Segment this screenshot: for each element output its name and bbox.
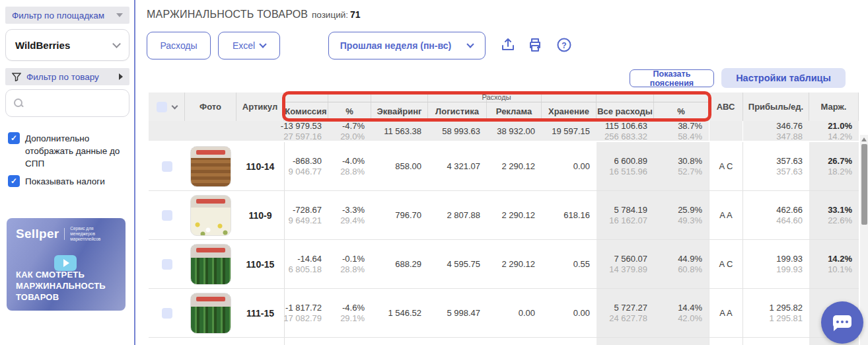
expenses-button-label: Расходы <box>160 40 197 51</box>
platform-select[interactable]: WildBerries <box>5 29 129 61</box>
banner-caption: КАК СМОТРЕТЬ МАРЖИНАЛЬНОСТЬ ТОВАРОВ <box>16 269 115 303</box>
value-main: -868.30 <box>293 156 322 167</box>
option-spp[interactable]: ✓ Дополнительно отображать данные до СПП <box>8 132 124 170</box>
chat-widget-button[interactable] <box>821 301 863 344</box>
value-main: -4.6% <box>342 303 365 313</box>
value-sub: 22.6% <box>828 215 852 226</box>
value-sub: 6 805.18 <box>288 264 322 275</box>
promo-banner[interactable]: Sellper Сервис для менеджеров маркетплей… <box>7 218 126 311</box>
expenses-button[interactable]: Расходы <box>147 32 211 59</box>
select-all-checkbox[interactable] <box>157 102 167 112</box>
value-main: -728.67 <box>293 205 322 215</box>
product-filter-label: Фильтр по товару <box>26 72 119 82</box>
value-main: 0.00 <box>573 161 590 172</box>
commission-cell: -1 817.72 17 082.79 <box>284 289 328 337</box>
value-main: 33.1% <box>828 205 852 215</box>
upload-icon <box>500 37 516 53</box>
value-main: 5 784.19 <box>614 205 647 215</box>
commission-cell: -868.30 9 046.77 <box>284 142 328 190</box>
show-explanations-label: Показать пояснения <box>630 69 713 88</box>
logistics-cell: 4 321.07 <box>428 142 487 190</box>
value-main: 21.0% <box>828 121 852 132</box>
value-main: 7 560.07 <box>614 254 647 264</box>
row-checkbox[interactable] <box>162 308 172 319</box>
print-button[interactable] <box>527 37 543 53</box>
search-box[interactable] <box>5 89 129 117</box>
play-icon <box>63 259 69 267</box>
value-main: 2 807.88 <box>447 210 480 221</box>
period-select[interactable]: Прошлая неделя (пн-вс) <box>328 32 486 59</box>
abc-cell: A A <box>709 289 743 337</box>
value-main: 19 597.15 <box>552 126 590 137</box>
row-checkbox[interactable] <box>162 161 172 172</box>
value-sub: 16 515.96 <box>609 167 647 177</box>
scrollbar-thumb[interactable] <box>861 144 867 225</box>
show-explanations-button[interactable]: Показать пояснения <box>630 69 714 87</box>
commission-pct-cell: -0.1% 28.8% <box>328 240 371 288</box>
acquiring-cell: 688.29 <box>371 240 428 288</box>
scroll-up-arrow-icon[interactable] <box>861 137 867 141</box>
header-profit[interactable]: Прибыль/ед. <box>743 93 809 121</box>
excel-button[interactable]: Excel <box>218 32 280 59</box>
help-button[interactable]: ? <box>556 37 572 53</box>
header-margin[interactable]: Марж. <box>809 93 859 121</box>
all-expenses-pct-cell: 14.4% 42.0% <box>654 289 709 337</box>
product-photo[interactable] <box>190 195 231 236</box>
product-photo[interactable] <box>190 244 231 285</box>
checkbox-checked-icon[interactable]: ✓ <box>8 175 20 187</box>
value-sub: 18.2% <box>828 167 852 177</box>
value-sub: 58.4% <box>678 132 702 142</box>
value-main: 199.93 <box>776 254 803 264</box>
value-main: -4.7% <box>342 121 365 132</box>
checkbox-checked-icon[interactable]: ✓ <box>8 132 20 144</box>
platform-filter-toggle[interactable]: Фильтр по площадкам <box>5 7 129 24</box>
summary-photo <box>185 121 236 142</box>
row-checkbox[interactable] <box>162 210 172 221</box>
expenses-group-header: Расходы <box>284 93 709 102</box>
marginality-page: Фильтр по площадкам WildBerries Фильтр п… <box>0 0 868 345</box>
value-main: 1 295.82 <box>769 303 803 313</box>
header-abc[interactable]: АВС <box>709 93 743 121</box>
chevron-down-icon[interactable] <box>171 102 178 109</box>
value-main: 14.2% <box>828 254 852 264</box>
header-article[interactable]: Артикул <box>236 93 284 121</box>
value-sub: 10.1% <box>828 264 852 275</box>
summary-select <box>149 121 185 142</box>
sidebar: Фильтр по площадкам WildBerries Фильтр п… <box>0 0 135 345</box>
article-cell: 111-15 <box>236 289 284 337</box>
positions-label: позиций: <box>312 10 348 20</box>
summary-storage: 19 597.15 <box>542 121 597 142</box>
option-taxes[interactable]: ✓ Показывать налоги <box>8 175 124 188</box>
value-main: -13 979.53 <box>281 121 322 132</box>
export-button[interactable] <box>500 37 516 53</box>
abc-cell: A C <box>709 240 743 288</box>
product-photo[interactable] <box>190 146 231 187</box>
value-main: 0.00 <box>519 308 535 319</box>
header-photo[interactable]: Фото <box>185 93 236 121</box>
article-cell: 110-9 <box>236 191 284 239</box>
value-main: 115 106.63 <box>605 121 647 132</box>
value-main: A A <box>719 210 733 221</box>
question-icon: ? <box>556 37 572 53</box>
table-row: 111-15 -1 817.72 17 082.79 -4.6% 29.1% 1… <box>149 289 859 338</box>
row-checkbox[interactable] <box>162 259 172 270</box>
table-settings-button[interactable]: Настройки таблицы <box>721 68 846 88</box>
acquiring-cell: 796.70 <box>371 191 428 239</box>
summary-profit: 346.76 347.88 <box>743 121 809 142</box>
search-input[interactable] <box>19 98 135 108</box>
margin-cell: 33.1% 22.6% <box>809 191 859 239</box>
value-sub: 9 046.77 <box>288 167 322 177</box>
value-main: 462.66 <box>776 205 803 215</box>
value-sub: 14 379.89 <box>609 264 647 275</box>
value-main: 796.70 <box>395 210 421 221</box>
value-main: -4.0% <box>342 156 365 167</box>
product-filter-toggle[interactable]: Фильтр по товару <box>5 68 129 85</box>
value-sub: 28.8% <box>340 167 365 177</box>
value-sub: 27 597.16 <box>283 132 322 142</box>
svg-text:?: ? <box>561 41 566 50</box>
commission-pct-cell: -4.0% 28.8% <box>328 142 371 190</box>
value-sub: 42.0% <box>678 313 702 324</box>
commission-pct-cell: -4.6% 29.1% <box>328 289 371 337</box>
product-photo[interactable] <box>190 293 231 334</box>
value-main: 0.55 <box>573 259 590 270</box>
